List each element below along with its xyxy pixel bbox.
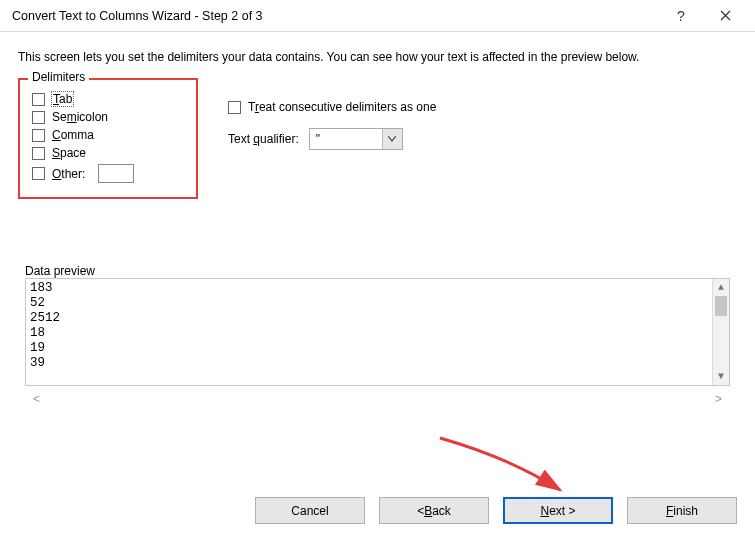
description-text: This screen lets you set the delimiters … [18,50,737,64]
annotation-arrow [430,428,600,508]
preview-line: 39 [30,356,727,371]
dropdown-button[interactable] [382,129,402,149]
horizontal-scrollbar[interactable]: < > [25,390,730,408]
delimiters-group: Delimiters Tab Semicolon Comma Space Oth… [18,78,198,199]
dialog-buttons: Cancel < Back Next > Finish [255,497,737,524]
scroll-left-icon[interactable]: < [29,392,44,406]
data-preview-group: Data preview 183 52 2512 18 19 39 ▲ ▼ < … [18,239,737,415]
scroll-thumb[interactable] [715,296,727,316]
cancel-button[interactable]: Cancel [255,497,365,524]
comma-checkbox[interactable]: Comma [32,128,184,142]
scroll-down-icon[interactable]: ▼ [713,368,729,385]
checkbox-icon [32,129,45,142]
finish-button[interactable]: Finish [627,497,737,524]
text-qualifier-label: Text qualifier: [228,132,299,146]
preview-line: 183 [30,281,727,296]
chevron-down-icon [388,136,396,142]
window-title: Convert Text to Columns Wizard - Step 2 … [12,9,659,23]
other-checkbox[interactable]: Other: [32,164,184,183]
space-checkbox[interactable]: Space [32,146,184,160]
checkbox-icon [32,167,45,180]
close-icon [720,10,731,21]
text-qualifier-dropdown[interactable]: " [309,128,403,150]
preview-line: 18 [30,326,727,341]
vertical-scrollbar[interactable]: ▲ ▼ [712,279,729,385]
consecutive-delimiters-checkbox[interactable]: Treat consecutive delimiters as one [228,100,436,114]
scroll-up-icon[interactable]: ▲ [713,279,729,296]
semicolon-checkbox[interactable]: Semicolon [32,110,184,124]
delimiters-legend: Delimiters [28,70,89,84]
scroll-right-icon[interactable]: > [711,392,726,406]
checkbox-icon [32,147,45,160]
preview-line: 2512 [30,311,727,326]
checkbox-icon [32,111,45,124]
titlebar: Convert Text to Columns Wizard - Step 2 … [0,0,755,32]
preview-line: 19 [30,341,727,356]
data-preview-legend: Data preview [25,264,730,278]
back-button[interactable]: < Back [379,497,489,524]
other-delimiter-input[interactable] [98,164,134,183]
help-button[interactable]: ? [659,2,703,30]
text-qualifier-value: " [310,129,382,149]
tab-checkbox[interactable]: Tab [32,92,184,106]
next-button[interactable]: Next > [503,497,613,524]
close-button[interactable] [703,2,747,30]
preview-line: 52 [30,296,727,311]
checkbox-icon [32,93,45,106]
data-preview-box: 183 52 2512 18 19 39 ▲ ▼ [25,278,730,386]
checkbox-icon [228,101,241,114]
